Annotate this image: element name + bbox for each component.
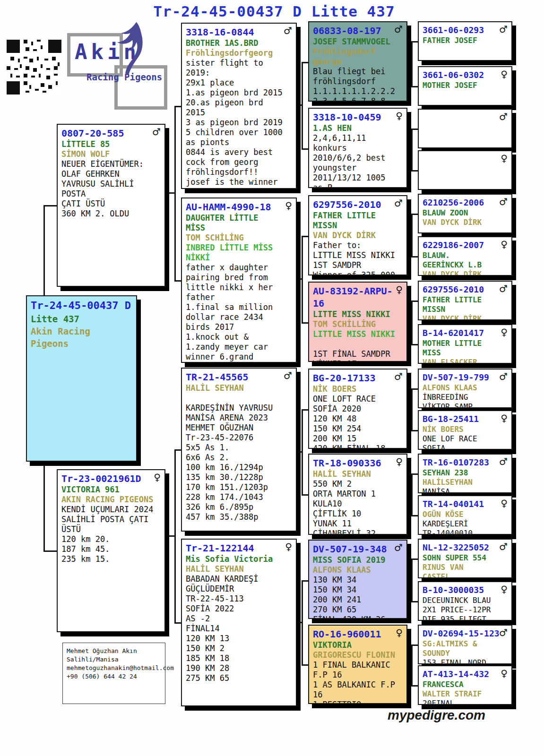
strain-name: Akin Racing Pigeons <box>31 325 132 350</box>
strain-name: AKIN RACING PIGEONS <box>61 495 161 505</box>
logo-pigeon-icon <box>117 20 147 77</box>
performance-text: MANİSA <box>423 487 508 493</box>
inbred-name: LITTLE MISS NIKKI <box>313 329 403 339</box>
connector-line <box>174 106 181 107</box>
ring-id: Tr-21-122144 <box>186 542 292 554</box>
connector-line <box>43 205 57 206</box>
performance-text: ONE LOF RACE SOFIA <box>423 434 508 450</box>
ring-id: 3318-16-0844 <box>186 26 292 38</box>
connector-line <box>411 256 418 258</box>
bird-name: 1.AS HEN <box>313 123 403 133</box>
connector-line <box>411 558 418 560</box>
bird-name: JOSEF STAMMVOGEL <box>313 37 403 47</box>
female-icon: ♀ <box>501 412 508 424</box>
strain-name: HALİLSEYHAN <box>423 478 508 487</box>
pedigree-page: Tr-24-45-00437 D Litte 437 Akin Racing P… <box>0 0 544 756</box>
female-icon: ♀ <box>396 284 403 295</box>
connector-line <box>302 62 303 150</box>
connector-line <box>411 388 418 390</box>
connector-line <box>302 148 308 150</box>
female-icon: ♀ <box>501 498 508 509</box>
connector-line <box>174 449 181 451</box>
strain-name: RINUS VAN CASTEL <box>423 563 508 578</box>
connector-line <box>174 280 181 282</box>
pedigree-box-gg7: ♂ DV-507-19-348 MISS SOFIA 2019 ALFONS K… <box>308 540 407 619</box>
pedigree-box-g2: ♀ 3661-06-0302 MOTHER JOSEF <box>418 66 512 106</box>
pedigree-box-subject: Tr-24-45-00437 D Litte 437 Akin Racing P… <box>26 295 137 462</box>
strain-name: HALİL SEYHAN <box>186 383 292 393</box>
pedigree-box-gp4: ♀ Tr-21-122144 Mis Sofia Victoria HALİL … <box>181 539 297 706</box>
female-icon: ♀ <box>396 627 403 638</box>
connector-line <box>411 558 413 602</box>
qr-code <box>7 40 61 94</box>
connector-line <box>43 550 57 552</box>
ring-id: 3661-06-0293 <box>423 25 508 36</box>
performance-text: 130 KM 34 150 KM 34 200 KM 241 270 KM 65… <box>313 575 403 619</box>
bird-name: LİTTELE 85 <box>61 139 161 149</box>
male-icon: ♂ <box>152 126 161 137</box>
connector-line <box>302 236 308 237</box>
female-icon: ♀ <box>501 668 508 679</box>
ring-id: AT-413-14-432 <box>423 669 508 680</box>
strain-name: VAN DYCK DİRK <box>423 314 508 320</box>
bird-name: FATHER LITTLE MISSN <box>313 211 403 231</box>
performance-text: KARDEŞİNİN YAVRUSU MANİSA ARENA 2023 MEH… <box>186 393 292 522</box>
ring-id: DV-02694-15-123 <box>423 628 508 639</box>
strain-name: NİK BOERS <box>313 384 403 394</box>
ring-id: TR-21-45565 <box>186 371 292 383</box>
connector-line <box>411 473 413 516</box>
pedigree-box-g13: ♂ NL-12-3225052 SOHN SUPER 554 RINUS VAN… <box>418 539 512 578</box>
bird-name: DAUGHTER LİTTLE MİSS <box>186 213 292 233</box>
ring-id: 6210256-2006 <box>423 197 508 208</box>
connector-line <box>302 322 308 324</box>
performance-text: 550 KM 2 ORTA MARTON 1 KULA10 ÇİFTLİK 10… <box>313 479 403 535</box>
ring-id: DV-507-19-348 <box>313 543 403 555</box>
pedigree-box-g14: ♀ B-10-3000035 DECEUNINCK BLAU 2X1 PRICE… <box>418 581 512 621</box>
pedigree-box-mother: ♀ Tr-23-0021961D VICTORIA 961 AKIN RACIN… <box>57 469 165 632</box>
connector-line <box>411 86 418 87</box>
ring-id: B-10-3000035 <box>423 584 508 596</box>
pedigree-box-gg1: ♂ 06833-08-197 JOSEF STAMMVOGEL Fröhling… <box>308 21 407 102</box>
inbred-name: INBRED LİTTLE MİSS NİKKİ <box>186 243 292 263</box>
female-icon: ♀ <box>285 541 292 552</box>
performance-text: sister flight to 2019: 29x1 place 1.as p… <box>186 58 292 187</box>
pedigree-box-g15: ♂ DV-02694-15-123 SG:ALTMIKS & SOUNDY 15… <box>418 625 512 664</box>
pedigree-box-father: ♂ 0807-20-585 LİTTELE 85 SİMON WOLF NEUE… <box>57 124 165 287</box>
ring-id: BG-20-17133 <box>313 372 403 384</box>
pedigree-box-g1: ♂ 3661-06-0293 FATHER JOSEF <box>418 21 512 61</box>
connector-line <box>411 129 413 172</box>
connector-line <box>302 664 308 666</box>
bird-name: LITTE MISS NIKKI <box>313 309 403 319</box>
ring-id: 6297556-2010 <box>313 198 403 211</box>
bird-name: BLAUW ZOON <box>423 208 508 218</box>
ring-id: 3661-06-0302 <box>423 69 508 81</box>
strain-name: VAN ELSACKER <box>423 358 508 364</box>
watermark: mypedigre.com <box>388 708 485 723</box>
female-icon: ♀ <box>501 239 508 250</box>
ring-id: Tr-23-0021961D <box>61 472 161 485</box>
male-icon: ♂ <box>499 541 508 552</box>
male-icon: ♂ <box>284 370 292 381</box>
connector-line <box>411 41 418 43</box>
male-icon: ♂ <box>394 542 403 553</box>
connector-line <box>411 644 413 687</box>
strain-name: ALFONS KLAAS <box>423 383 508 393</box>
pedigree-box-g7: ♂ 6297556-2010 FATHER LITTLE MISSN VAN D… <box>418 281 512 320</box>
performance-text: İNBREEDİNG VİKTOR SAMP <box>423 393 508 408</box>
connector-line <box>302 409 308 411</box>
male-icon: ♂ <box>394 24 403 35</box>
connector-line <box>411 41 413 87</box>
female-icon: ♀ <box>501 584 508 595</box>
pedigree-box-gg2: ♀ 3318-10-0459 1.AS HEN 2,4,6,11,11 konk… <box>308 108 407 188</box>
strain-name: HALİL SEYHAN <box>313 469 403 479</box>
bird-name: VIKTORIA <box>313 640 403 650</box>
male-icon: ♂ <box>499 111 508 122</box>
female-icon: ♀ <box>285 200 292 211</box>
connector-line <box>411 601 418 602</box>
strain-name: OGÜN KÖSE <box>423 510 508 519</box>
ring-id: B-14-6201417 <box>423 327 508 339</box>
female-icon: ♀ <box>501 326 508 338</box>
pedigree-box-g11: ♂ TR-16-0107283 SEYHAN 238 HALİLSEYHAN M… <box>418 454 512 493</box>
connector-line <box>165 535 174 537</box>
pedigree-box-gp3: ♂ TR-21-45565 HALİL SEYHAN KARDEŞİNİN YA… <box>181 368 297 532</box>
